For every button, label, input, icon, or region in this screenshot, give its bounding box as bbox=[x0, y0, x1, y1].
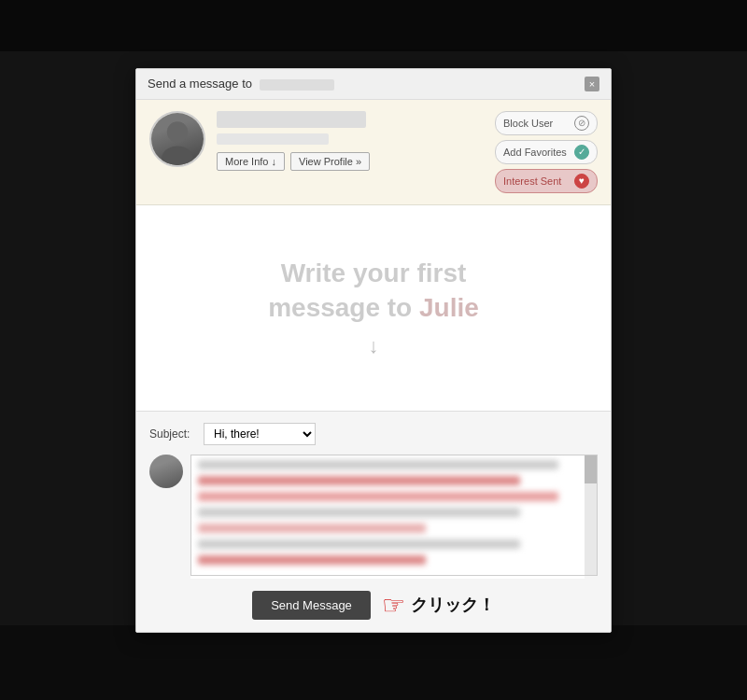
heart-icon: ♥ bbox=[574, 174, 589, 189]
avatar-inner bbox=[151, 113, 204, 165]
svg-point-0 bbox=[167, 121, 188, 142]
placeholder-message: Write your first message to Julie bbox=[268, 257, 479, 325]
add-favorites-label: Add Favorites bbox=[503, 147, 567, 158]
profile-header: More Info ↓ View Profile » Block User ⊘ … bbox=[136, 100, 611, 205]
compose-avatar-inner bbox=[149, 455, 183, 488]
block-user-button[interactable]: Block User ⊘ bbox=[495, 111, 598, 135]
side-actions: Block User ⊘ Add Favorites ✓ Interest Se… bbox=[495, 111, 598, 193]
block-user-label: Block User bbox=[503, 118, 553, 129]
compose-avatar bbox=[149, 455, 183, 488]
modal-backdrop: Send a message to × More Info ↓ bbox=[0, 0, 747, 700]
profile-action-buttons: More Info ↓ View Profile » bbox=[217, 152, 484, 171]
profile-sub-blurred bbox=[217, 133, 329, 145]
placeholder-line1: Write your first bbox=[281, 259, 467, 287]
modal-titlebar: Send a message to × bbox=[136, 69, 611, 100]
view-profile-button[interactable]: View Profile » bbox=[290, 152, 370, 171]
checkmark-icon: ✓ bbox=[574, 145, 589, 160]
avatar-silhouette-icon bbox=[151, 111, 204, 167]
block-icon: ⊘ bbox=[574, 116, 589, 131]
subject-label: Subject: bbox=[149, 427, 196, 441]
send-message-modal: Send a message to × More Info ↓ bbox=[135, 68, 612, 633]
more-info-button[interactable]: More Info ↓ bbox=[217, 152, 285, 171]
interest-sent-label: Interest Sent bbox=[503, 175, 561, 187]
recipient-name-blurred bbox=[260, 79, 334, 91]
modal-title: Send a message to bbox=[148, 77, 334, 91]
message-textarea[interactable] bbox=[190, 455, 598, 576]
compose-section: Subject: Hi, there! Hello! Hey there! Wh… bbox=[136, 411, 611, 632]
message-textarea-container bbox=[190, 455, 598, 579]
svg-point-1 bbox=[162, 146, 193, 167]
arrow-down-icon: ↓ bbox=[268, 334, 479, 358]
placeholder-name: Julie bbox=[419, 293, 479, 322]
click-text: クリック！ bbox=[411, 594, 495, 616]
message-placeholder-area: Write your first message to Julie ↓ bbox=[136, 205, 611, 411]
click-annotation: ☞ クリック！ bbox=[382, 590, 495, 621]
placeholder-line2: message to bbox=[268, 293, 412, 322]
message-compose-row bbox=[149, 455, 598, 579]
hand-cursor-icon: ☞ bbox=[382, 590, 405, 621]
modal-title-text: Send a message to bbox=[148, 77, 252, 91]
subject-row: Subject: Hi, there! Hello! Hey there! Wh… bbox=[149, 423, 598, 445]
interest-sent-button[interactable]: Interest Sent ♥ bbox=[495, 169, 598, 193]
profile-info: More Info ↓ View Profile » bbox=[217, 111, 484, 171]
profile-name-blurred bbox=[217, 111, 366, 128]
add-favorites-button[interactable]: Add Favorites ✓ bbox=[495, 140, 598, 164]
avatar bbox=[149, 111, 205, 167]
send-message-button[interactable]: Send Message bbox=[252, 591, 371, 620]
send-row: Send Message ☞ クリック！ bbox=[149, 590, 598, 621]
modal-close-button[interactable]: × bbox=[585, 77, 599, 91]
subject-select[interactable]: Hi, there! Hello! Hey there! What's up? bbox=[204, 423, 316, 445]
